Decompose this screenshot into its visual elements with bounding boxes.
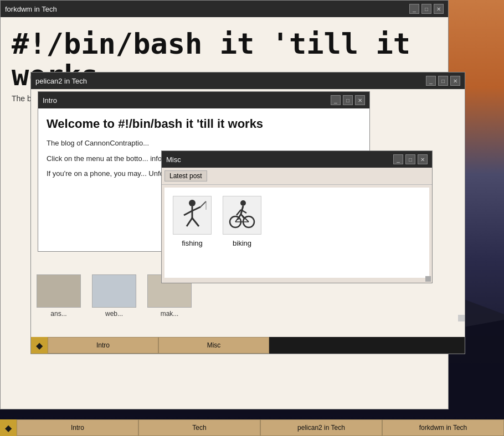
titlebar-intro-title: Intro: [43, 96, 57, 105]
misc-toolbar: Latest post: [162, 168, 432, 185]
window-taskbar-pelican2: ◆ Intro Misc: [31, 337, 465, 354]
svg-point-10: [240, 200, 246, 206]
maximize-button-pelican2[interactable]: □: [438, 76, 448, 86]
titlebar-intro-buttons: _ □ ✕: [331, 95, 365, 105]
svg-line-4: [184, 211, 192, 215]
titlebar-misc-buttons: _ □ ✕: [393, 154, 428, 164]
titlebar-misc: Misc _ □ ✕: [162, 151, 432, 168]
logo-icon-inner: ◆: [36, 340, 43, 351]
fishing-icon-img: [173, 196, 212, 235]
maximize-button-forkdwm[interactable]: □: [421, 4, 431, 14]
misc-scrollbar[interactable]: [425, 276, 431, 282]
thumbnail-img-web: [92, 274, 136, 308]
close-button-pelican2[interactable]: ✕: [450, 76, 460, 86]
intro-heading: Welcome to #!/bin/bash it 'till it works: [47, 117, 361, 131]
intro-para-1: The blog of CannonContraptio...: [47, 138, 361, 149]
titlebar-misc-title: Misc: [166, 155, 181, 164]
misc-content: Latest post: [162, 168, 432, 283]
maximize-button-misc[interactable]: □: [405, 154, 415, 164]
svg-line-7: [192, 218, 199, 226]
titlebar-forkdwm: forkdwm in Tech _ □ ✕: [1, 1, 448, 17]
close-button-intro[interactable]: ✕: [355, 95, 365, 105]
latest-post-button[interactable]: Latest post: [164, 170, 207, 181]
svg-line-6: [187, 218, 192, 226]
taskbar-item-pelican2-outer[interactable]: pelican2 in Tech: [260, 419, 382, 436]
minimize-button-misc[interactable]: _: [393, 154, 403, 164]
misc-icon-fishing[interactable]: fishing: [173, 196, 212, 269]
biking-icon-img: [223, 196, 261, 235]
taskbar-item-forkdwm-outer[interactable]: forkdwm in Tech: [382, 419, 504, 436]
titlebar-forkdwm-buttons: _ □ ✕: [409, 4, 444, 14]
minimize-button-intro[interactable]: _: [331, 95, 341, 105]
minimize-button-pelican2[interactable]: _: [426, 76, 436, 86]
thumbnail-item-ans[interactable]: ans...: [34, 274, 84, 318]
titlebar-pelican2-buttons: _ □ ✕: [426, 76, 460, 86]
fishing-label: fishing: [182, 239, 203, 247]
svg-point-2: [189, 200, 196, 206]
thumbnail-img-ans: [37, 274, 81, 308]
misc-icon-biking[interactable]: biking: [223, 196, 261, 269]
biking-svg: [225, 199, 259, 232]
taskbar-item-intro-inner[interactable]: Intro: [48, 337, 158, 354]
svg-line-5: [192, 207, 200, 211]
thumbnail-label-web: web...: [105, 310, 123, 318]
taskbar-item-misc-inner[interactable]: Misc: [158, 337, 269, 354]
scrollbar-corner: [458, 315, 465, 321]
titlebar-pelican2-title: pelican2 in Tech: [35, 77, 87, 85]
window-misc: Misc _ □ ✕ Latest post: [161, 150, 433, 283]
minimize-button-forkdwm[interactable]: _: [409, 4, 419, 14]
titlebar-intro: Intro _ □ ✕: [38, 92, 369, 108]
taskbar-outer-logo: ◆: [0, 419, 17, 436]
taskbar-logo-inner: ◆: [31, 337, 48, 354]
taskbar-item-intro-outer[interactable]: Intro: [17, 419, 138, 436]
biking-label: biking: [233, 239, 251, 247]
taskbar-item-tech-outer[interactable]: Tech: [138, 419, 260, 436]
logo-icon-outer: ◆: [5, 423, 12, 433]
thumbnail-label-ans: ans...: [50, 310, 66, 318]
thumbnail-item-web[interactable]: web...: [89, 274, 139, 318]
maximize-button-intro[interactable]: □: [343, 95, 353, 105]
close-button-forkdwm[interactable]: ✕: [434, 4, 444, 14]
fishing-svg: [176, 199, 209, 232]
svg-line-8: [200, 201, 206, 207]
titlebar-forkdwm-title: forkdwm in Tech: [5, 5, 57, 13]
titlebar-pelican2: pelican2 in Tech _ □ ✕: [31, 72, 465, 89]
close-button-misc[interactable]: ✕: [418, 154, 428, 164]
taskbar-outer: ◆ Intro Tech pelican2 in Tech forkdwm in…: [0, 419, 504, 436]
thumbnail-label-mak: mak...: [161, 310, 179, 318]
misc-icons-area: fishing: [164, 188, 429, 278]
